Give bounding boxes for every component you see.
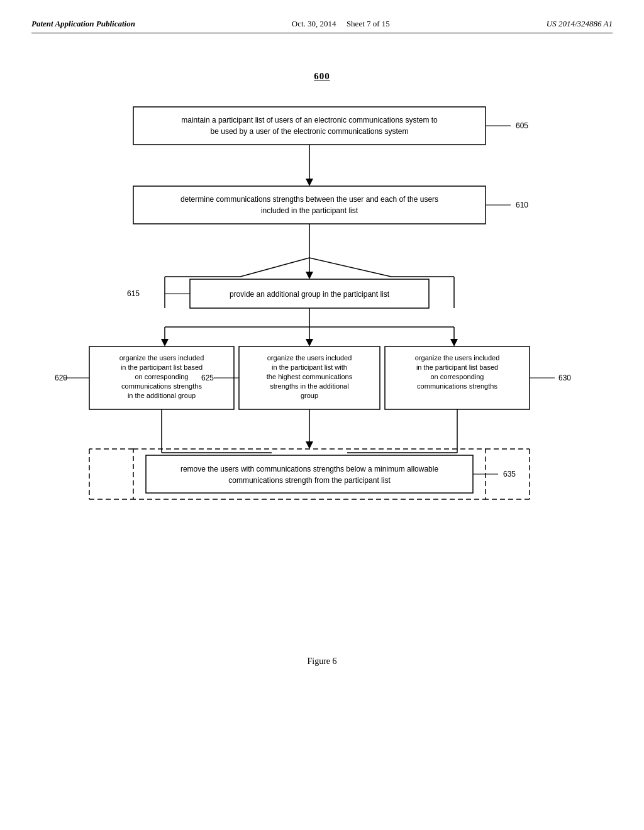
node-615-ref: 615	[127, 289, 140, 298]
svg-rect-0	[133, 107, 486, 145]
node-620-l2: in the participant list based	[121, 363, 203, 371]
arrow-605-610	[306, 179, 313, 186]
figure-title: 600	[31, 71, 613, 82]
node-625-l4: strengths in the additional	[270, 382, 348, 390]
node-625-l5: group	[301, 392, 318, 399]
node-620-l1: organize the users included	[119, 354, 204, 362]
node-630-l1: organize the users included	[415, 354, 500, 362]
page-header: Patent Application Publication Oct. 30, …	[31, 19, 613, 33]
node-630-l4: communications strengths	[417, 382, 497, 390]
header-date: Oct. 30, 2014	[292, 19, 336, 28]
node-610-line2: included in the participant list	[261, 206, 358, 215]
node-625-l3: the highest communications	[267, 373, 353, 380]
node-615-text: provide an additional group in the parti…	[230, 290, 390, 299]
svg-rect-31	[146, 455, 473, 493]
node-635-l1: remove the users with communications str…	[180, 465, 439, 473]
svg-line-6	[240, 258, 309, 277]
node-635-dashed-border	[133, 449, 486, 499]
node-605-ref: 605	[516, 121, 528, 130]
node-620-l5: in the additional group	[128, 392, 196, 399]
node-625-ref: 625	[201, 374, 214, 382]
arrow-to-630	[450, 339, 458, 346]
node-625-l2: in the participant list with	[272, 363, 347, 371]
arrow-to-620	[161, 339, 169, 346]
node-635-l2: communications strength from the partici…	[228, 476, 391, 485]
node-620-l3: on corresponding	[135, 373, 188, 380]
figure-caption: Figure 6	[31, 656, 613, 667]
node-610-ref: 610	[516, 201, 528, 209]
svg-line-7	[309, 258, 391, 277]
node-630-l3: on corresponding	[430, 373, 484, 380]
node-630-ref: 630	[558, 374, 571, 382]
node-610-line1: determine communications strengths betwe…	[180, 195, 438, 204]
header-date-sheet: Oct. 30, 2014 Sheet 7 of 15	[292, 19, 390, 29]
node-635-ref: 635	[503, 470, 516, 479]
node-605-line1: maintain a participant list of users of …	[181, 116, 438, 124]
node-620-ref: 620	[55, 374, 67, 382]
arrow-610-615	[306, 272, 313, 279]
diagram-area: 600 maintain a participant list of users…	[31, 71, 613, 667]
node-625-l1: organize the users included	[267, 354, 352, 362]
flowchart-svg: maintain a participant list of users of …	[52, 101, 592, 641]
header-sheet: Sheet 7 of 15	[347, 19, 390, 28]
node-630-l2: in the participant list based	[416, 363, 498, 371]
header-patent-number: US 2014/324886 A1	[547, 19, 613, 29]
node-620-l4: communications strengths	[121, 382, 202, 390]
arrow-to-625	[306, 339, 313, 346]
node-605-line2: be used by a user of the electronic comm…	[211, 127, 409, 136]
page: Patent Application Publication Oct. 30, …	[0, 0, 644, 830]
header-publication-label: Patent Application Publication	[31, 19, 135, 29]
arrow-to-635	[306, 441, 313, 449]
svg-rect-3	[133, 186, 486, 224]
